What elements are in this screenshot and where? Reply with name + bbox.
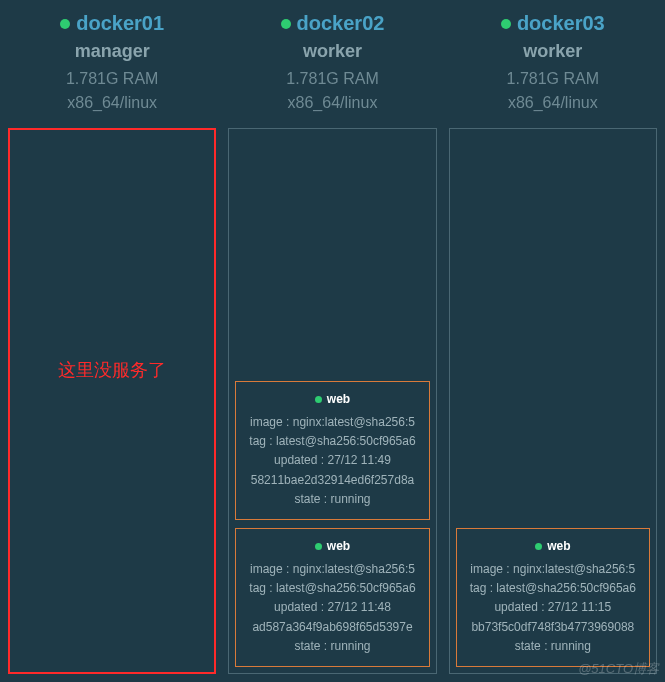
- node-name: docker01: [76, 12, 164, 35]
- node-arch: x86_64/linux: [8, 94, 216, 112]
- node-header: docker01 manager 1.781G RAM x86_64/linux: [8, 8, 216, 128]
- task-service-label: web: [547, 537, 570, 556]
- task-state: state : running: [240, 490, 424, 509]
- task-image: image : nginx:latest@sha256:5: [240, 560, 424, 579]
- node-arch: x86_64/linux: [228, 94, 436, 112]
- task-card[interactable]: web image : nginx:latest@sha256:5 tag : …: [235, 381, 429, 520]
- status-dot-icon: [501, 19, 511, 29]
- node-columns: docker01 manager 1.781G RAM x86_64/linux…: [2, 8, 663, 674]
- node-role: worker: [449, 41, 657, 62]
- status-dot-icon: [281, 19, 291, 29]
- task-service-label: web: [327, 537, 350, 556]
- task-card[interactable]: web image : nginx:latest@sha256:5 tag : …: [456, 528, 650, 667]
- node-arch: x86_64/linux: [449, 94, 657, 112]
- task-service-label: web: [327, 390, 350, 409]
- task-updated: updated : 27/12 11:48: [240, 598, 424, 617]
- node-column: docker01 manager 1.781G RAM x86_64/linux…: [8, 8, 216, 674]
- node-name: docker02: [297, 12, 385, 35]
- node-header: docker02 worker 1.781G RAM x86_64/linux: [228, 8, 436, 128]
- node-ram: 1.781G RAM: [8, 70, 216, 88]
- node-role: worker: [228, 41, 436, 62]
- task-tag: tag : latest@sha256:50cf965a6: [240, 579, 424, 598]
- node-title[interactable]: docker02: [228, 12, 436, 35]
- node-column: docker02 worker 1.781G RAM x86_64/linux …: [228, 8, 436, 674]
- task-id: 58211bae2d32914ed6f257d8a: [240, 471, 424, 490]
- task-state: state : running: [240, 637, 424, 656]
- task-state: state : running: [461, 637, 645, 656]
- watermark: @51CTO博客: [578, 660, 659, 678]
- node-body: web image : nginx:latest@sha256:5 tag : …: [228, 128, 436, 674]
- node-body: web image : nginx:latest@sha256:5 tag : …: [449, 128, 657, 674]
- task-service-name: web: [240, 537, 424, 556]
- empty-annotation: 这里没服务了: [10, 358, 214, 382]
- task-tag: tag : latest@sha256:50cf965a6: [240, 432, 424, 451]
- task-service-name: web: [240, 390, 424, 409]
- task-tag: tag : latest@sha256:50cf965a6: [461, 579, 645, 598]
- task-image: image : nginx:latest@sha256:5: [461, 560, 645, 579]
- status-dot-icon: [535, 543, 542, 550]
- node-name: docker03: [517, 12, 605, 35]
- task-service-name: web: [461, 537, 645, 556]
- task-id: bb73f5c0df748f3b4773969088: [461, 618, 645, 637]
- node-title[interactable]: docker01: [8, 12, 216, 35]
- task-updated: updated : 27/12 11:15: [461, 598, 645, 617]
- node-role: manager: [8, 41, 216, 62]
- node-body: 这里没服务了: [8, 128, 216, 674]
- task-id: ad587a364f9ab698f65d5397e: [240, 618, 424, 637]
- node-column: docker03 worker 1.781G RAM x86_64/linux …: [449, 8, 657, 674]
- task-card[interactable]: web image : nginx:latest@sha256:5 tag : …: [235, 528, 429, 667]
- node-ram: 1.781G RAM: [449, 70, 657, 88]
- status-dot-icon: [315, 396, 322, 403]
- node-ram: 1.781G RAM: [228, 70, 436, 88]
- task-image: image : nginx:latest@sha256:5: [240, 413, 424, 432]
- task-updated: updated : 27/12 11:49: [240, 451, 424, 470]
- node-title[interactable]: docker03: [449, 12, 657, 35]
- node-header: docker03 worker 1.781G RAM x86_64/linux: [449, 8, 657, 128]
- status-dot-icon: [315, 543, 322, 550]
- status-dot-icon: [60, 19, 70, 29]
